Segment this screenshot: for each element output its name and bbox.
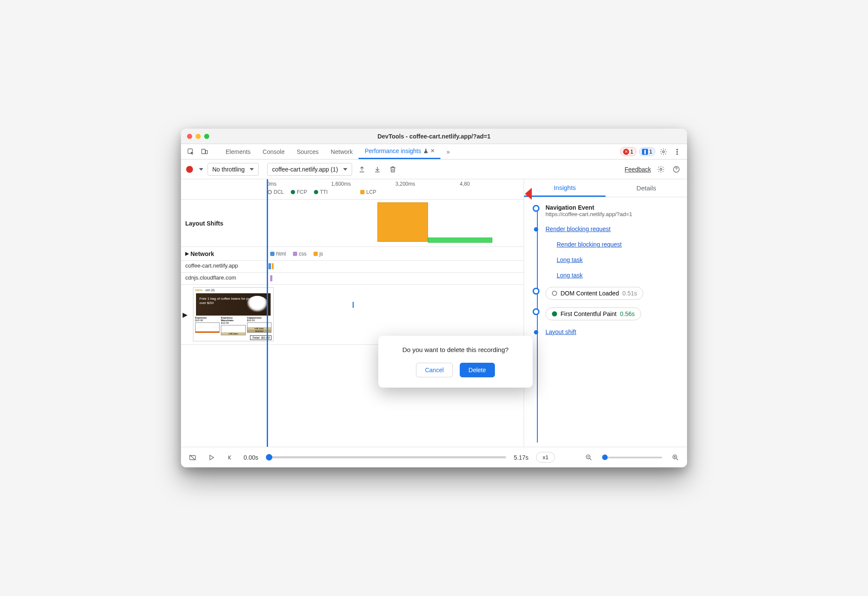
- time-ruler[interactable]: 0ms 1,600ms 3,200ms 4,80 DCL FCP TTI LCP: [181, 179, 524, 200]
- recording-select[interactable]: coffee-cart.netlify.app (1): [267, 163, 352, 176]
- timeline-pane: 0ms 1,600ms 3,200ms 4,80 DCL FCP TTI LCP…: [181, 179, 524, 447]
- svg-rect-1: [202, 149, 205, 154]
- tab-network[interactable]: Network: [325, 144, 359, 159]
- insights-list[interactable]: Navigation Event https://coffee-cart.net…: [524, 197, 687, 447]
- zoom-slider[interactable]: [602, 457, 662, 458]
- perf-toolbar: No throttling coffee-cart.netlify.app (1…: [181, 160, 687, 179]
- panel-settings-icon[interactable]: [655, 164, 666, 175]
- zoom-in-icon[interactable]: [670, 452, 681, 463]
- layout-shifts-row: Layout Shifts: [181, 200, 524, 247]
- screenshot-toggle-icon[interactable]: [187, 452, 198, 463]
- marker-dcl: DCL: [268, 189, 284, 195]
- legend-html: html: [270, 251, 286, 257]
- delete-button[interactable]: Delete: [460, 363, 495, 377]
- tick-1: 1,600ms: [331, 181, 351, 187]
- tab-sources[interactable]: Sources: [291, 144, 325, 159]
- insights-pane: Insights Details Navigation Event https:…: [524, 179, 687, 447]
- record-dropdown-icon[interactable]: [199, 168, 203, 171]
- layout-shifts-label: Layout Shifts: [181, 200, 267, 247]
- marker-lcp: LCP: [360, 189, 376, 195]
- tab-console[interactable]: Console: [256, 144, 290, 159]
- tick-0: 0ms: [267, 181, 277, 187]
- layout-shift-link[interactable]: Layout shift: [546, 328, 576, 335]
- frame-marker: [353, 302, 354, 308]
- info-badge[interactable]: ❚1: [639, 147, 655, 156]
- insight-node-nav[interactable]: [533, 205, 539, 212]
- svg-point-4: [677, 149, 678, 150]
- main-tabbar: Elements Console Sources Network Perform…: [181, 144, 687, 160]
- render-blocking-link-2[interactable]: Render blocking request: [557, 241, 622, 248]
- close-tab-icon[interactable]: ×: [431, 147, 434, 155]
- frames-expand-icon[interactable]: ▶: [181, 285, 190, 344]
- nav-event-title: Navigation Event: [546, 204, 684, 211]
- layout-shift-block-2[interactable]: [428, 238, 492, 243]
- flask-icon: [423, 148, 429, 154]
- svg-point-6: [677, 154, 678, 154]
- time-start: 0.00s: [244, 454, 258, 461]
- insight-node-dcl[interactable]: [533, 288, 539, 295]
- insight-node-rb1[interactable]: [534, 227, 538, 232]
- nav-event-url: https://coffee-cart.netlify.app/?ad=1: [546, 211, 684, 217]
- svg-point-7: [660, 168, 662, 170]
- inspect-element-icon[interactable]: [185, 146, 196, 157]
- delete-icon[interactable]: [387, 164, 398, 175]
- kebab-menu-icon[interactable]: [672, 146, 683, 157]
- delete-confirm-modal: Do you want to delete this recording? Ca…: [378, 336, 533, 388]
- insight-node-fcp[interactable]: [533, 308, 539, 315]
- dcl-pill[interactable]: DOM Content Loaded0.51s: [546, 287, 643, 300]
- playhead-line[interactable]: [267, 179, 268, 447]
- render-blocking-link-1[interactable]: Render blocking request: [546, 226, 611, 232]
- zoom-out-icon[interactable]: [583, 452, 594, 463]
- upload-icon[interactable]: [356, 164, 368, 175]
- legend-css: css: [293, 251, 307, 257]
- svg-point-5: [677, 151, 678, 152]
- tab-elements[interactable]: Elements: [220, 144, 256, 159]
- more-tabs-icon[interactable]: »: [440, 144, 456, 159]
- cancel-button[interactable]: Cancel: [416, 363, 453, 377]
- playback-slider[interactable]: [266, 456, 506, 458]
- net-host-row-1[interactable]: cdnjs.cloudflare.com: [181, 273, 524, 285]
- feedback-link[interactable]: Feedback: [625, 166, 651, 173]
- marker-fcp: FCP: [291, 189, 307, 195]
- tick-3: 4,80: [460, 181, 470, 187]
- annotation-arrow: [524, 184, 550, 205]
- fcp-pill[interactable]: First Contentful Paint0.56s: [546, 307, 641, 320]
- net-host-row-0[interactable]: coffee-cart.netlify.app: [181, 261, 524, 273]
- modal-text: Do you want to delete this recording?: [388, 346, 523, 353]
- tab-details[interactable]: Details: [606, 179, 687, 197]
- tab-performance-insights[interactable]: Performance insights ×: [359, 144, 440, 159]
- layout-shift-block[interactable]: [377, 202, 428, 242]
- playback-bar: 0.00s 5.17s x1: [181, 447, 687, 467]
- window-title: DevTools - coffee-cart.netlify.app/?ad=1: [187, 133, 681, 140]
- time-end: 5.17s: [514, 454, 528, 461]
- insight-node-ls[interactable]: [534, 330, 538, 334]
- svg-rect-2: [205, 151, 208, 154]
- download-icon[interactable]: [372, 164, 383, 175]
- playback-speed[interactable]: x1: [536, 452, 555, 463]
- network-label[interactable]: ▶Network: [181, 247, 267, 260]
- tick-2: 3,200ms: [395, 181, 415, 187]
- errors-badge[interactable]: ✕1: [620, 147, 636, 156]
- rewind-button[interactable]: [225, 452, 236, 463]
- play-button[interactable]: [206, 452, 217, 463]
- legend-js: js: [313, 251, 323, 257]
- long-task-link-2[interactable]: Long task: [557, 272, 583, 279]
- marker-tti: TTI: [314, 189, 328, 195]
- settings-icon[interactable]: [658, 146, 669, 157]
- titlebar: DevTools - coffee-cart.netlify.app/?ad=1: [181, 129, 687, 144]
- devtools-window: DevTools - coffee-cart.netlify.app/?ad=1…: [181, 129, 687, 467]
- help-icon[interactable]: [671, 164, 682, 175]
- main-area: 0ms 1,600ms 3,200ms 4,80 DCL FCP TTI LCP…: [181, 179, 687, 447]
- svg-point-3: [663, 151, 665, 153]
- device-toggle-icon[interactable]: [199, 146, 210, 157]
- frame-thumbnail[interactable]: menucart (0) Free 1 bag of coffee beans …: [193, 287, 274, 341]
- record-button[interactable]: [186, 166, 193, 173]
- throttling-select[interactable]: No throttling: [208, 163, 259, 176]
- network-header-row: ▶Network html css js: [181, 247, 524, 261]
- long-task-link-1[interactable]: Long task: [557, 256, 583, 263]
